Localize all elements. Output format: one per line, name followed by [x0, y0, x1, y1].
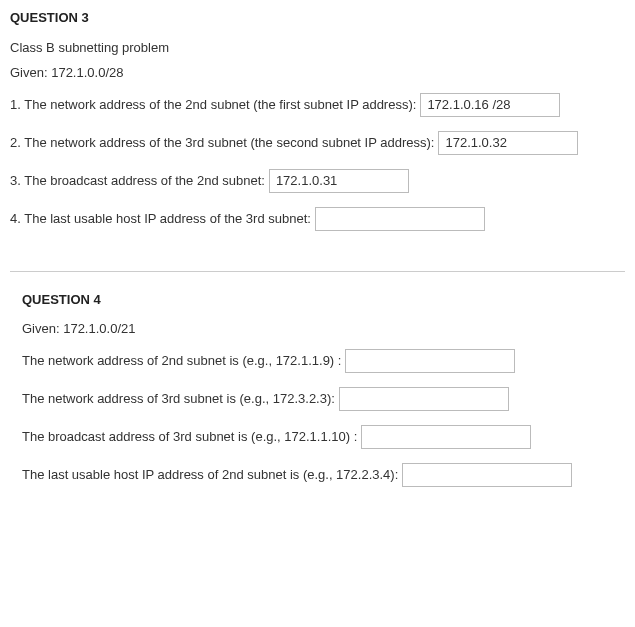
q3-row-2-label: 2. The network address of the 3rd subnet…: [10, 133, 434, 153]
q3-row-1-label: 1. The network address of the 2nd subnet…: [10, 95, 416, 115]
q4-row-1: The network address of 2nd subnet is (e.…: [22, 349, 625, 373]
q3-row-1-input[interactable]: [420, 93, 560, 117]
q4-row-4-input[interactable]: [402, 463, 572, 487]
q4-row-4-label: The last usable host IP address of 2nd s…: [22, 465, 398, 485]
q3-row-4-input[interactable]: [315, 207, 485, 231]
q3-row-4-label: 4. The last usable host IP address of th…: [10, 209, 311, 229]
q4-row-1-label: The network address of 2nd subnet is (e.…: [22, 351, 341, 371]
q4-row-3: The broadcast address of 3rd subnet is (…: [22, 425, 625, 449]
q3-row-3-label: 3. The broadcast address of the 2nd subn…: [10, 171, 265, 191]
q4-row-2: The network address of 3rd subnet is (e.…: [22, 387, 625, 411]
q3-row-2-input[interactable]: [438, 131, 578, 155]
q3-row-2: 2. The network address of the 3rd subnet…: [10, 131, 625, 155]
question-3-stem-1: Class B subnetting problem: [10, 38, 625, 58]
question-3-stem-2: Given: 172.1.0.0/28: [10, 63, 625, 83]
q3-row-3: 3. The broadcast address of the 2nd subn…: [10, 169, 625, 193]
question-separator: [10, 271, 625, 272]
q4-row-2-label: The network address of 3rd subnet is (e.…: [22, 389, 335, 409]
q4-row-4: The last usable host IP address of 2nd s…: [22, 463, 625, 487]
question-4-title: QUESTION 4: [22, 290, 625, 310]
question-4: QUESTION 4 Given: 172.1.0.0/21 The netwo…: [10, 290, 625, 487]
q3-row-3-input[interactable]: [269, 169, 409, 193]
q4-row-3-input[interactable]: [361, 425, 531, 449]
question-3-title: QUESTION 3: [10, 8, 625, 28]
q4-row-3-label: The broadcast address of 3rd subnet is (…: [22, 427, 357, 447]
question-3: QUESTION 3 Class B subnetting problem Gi…: [10, 8, 625, 231]
question-4-stem: Given: 172.1.0.0/21: [22, 319, 625, 339]
q3-row-1: 1. The network address of the 2nd subnet…: [10, 93, 625, 117]
q4-row-1-input[interactable]: [345, 349, 515, 373]
q3-row-4: 4. The last usable host IP address of th…: [10, 207, 625, 231]
q4-row-2-input[interactable]: [339, 387, 509, 411]
